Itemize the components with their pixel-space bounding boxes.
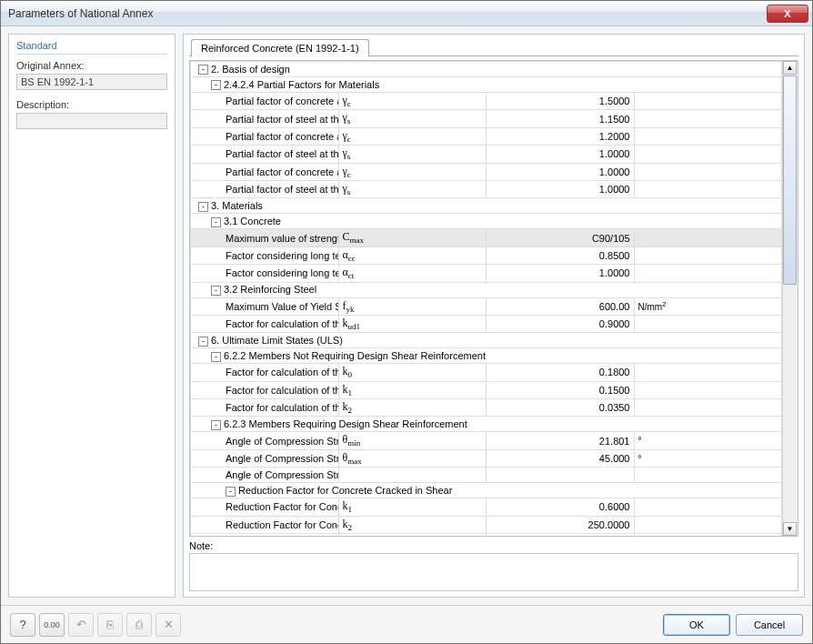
table-row[interactable]: Partial factor of concrete at the ultima… — [191, 127, 782, 145]
table-row[interactable]: -Reduction Factor for Concrete Cracked i… — [191, 483, 782, 498]
parameter-label: Reduction Factor for Concrete Cracked in… — [226, 519, 338, 530]
value-cell[interactable]: 0.8500 — [487, 247, 635, 264]
parameter-label: Reduction Factor for Concrete Cracked in… — [238, 485, 452, 496]
table-row[interactable]: Partial factor of steel at the serviceab… — [191, 180, 782, 197]
tree-cell: Partial factor of steel at the ultimate … — [191, 146, 339, 163]
paste-button: ⎙ — [126, 613, 152, 637]
table-row[interactable]: Angle of Compression Strut — [191, 468, 782, 483]
tree-toggle-icon[interactable]: - — [211, 352, 221, 362]
scroll-thumb[interactable] — [783, 75, 797, 285]
tree-toggle-icon[interactable]: - — [211, 80, 221, 90]
table-row[interactable]: Partial factor of concrete at the servic… — [191, 163, 782, 180]
tree-toggle-icon[interactable]: - — [226, 487, 236, 497]
parameter-label: 3.2 Reinforcing Steel — [224, 284, 316, 295]
table-row[interactable]: -3.2 Reinforcing Steel — [191, 282, 782, 297]
unit-cell — [634, 180, 782, 197]
tree-cell: Partial factor of concrete at the ultima… — [191, 93, 339, 110]
tree-toggle-icon[interactable]: - — [198, 202, 208, 212]
table-row[interactable]: Factor for calculation of the design val… — [191, 315, 782, 332]
vertical-scrollbar[interactable]: ▲ ▼ — [782, 61, 798, 536]
symbol-cell: k2 — [338, 399, 487, 417]
table-row[interactable]: Factor for calculation of the design val… — [191, 399, 782, 417]
value-cell[interactable]: 1.0000 — [487, 146, 635, 163]
tree-toggle-icon[interactable]: - — [211, 420, 221, 430]
tree-toggle-icon[interactable]: - — [198, 65, 208, 75]
value-cell[interactable]: 1.0000 — [487, 180, 635, 197]
symbol-cell: γc — [338, 127, 487, 145]
parameter-label: Factor for calculation of the design val… — [226, 318, 338, 329]
tab-reinforced-concrete[interactable]: Reinforced Concrete (EN 1992-1-1) — [191, 39, 369, 57]
value-cell[interactable] — [487, 468, 635, 483]
tree-cell: Angle of Compression Strut — [191, 468, 339, 483]
units-button[interactable]: 0.00 — [39, 613, 65, 637]
scroll-up-icon[interactable]: ▲ — [783, 61, 797, 75]
value-cell[interactable]: 45.000 — [487, 449, 635, 467]
content-area: Standard Original Annex: Description: Re… — [1, 26, 812, 605]
parameter-label: Factor for calculation of the design val… — [226, 385, 338, 396]
table-row[interactable]: Partial factor of concrete at the ultima… — [191, 93, 782, 110]
unit-cell: ° — [634, 449, 782, 467]
parameter-grid-wrap: -2. Basis of design-2.4.2.4 Partial Fact… — [189, 60, 798, 537]
help-button[interactable]: ? — [10, 613, 35, 637]
parameter-label: 2. Basis of design — [211, 64, 290, 75]
copy-icon: ⎘ — [106, 618, 114, 631]
close-button[interactable]: X — [767, 5, 808, 23]
table-row[interactable]: Reduction Factor for Concrete Cracked in… — [191, 498, 782, 516]
tree-cell: -6.2.2 Members Not Requiring Design Shea… — [191, 348, 782, 364]
table-row[interactable]: Angle of Compression Strutθmax45.000° — [191, 449, 782, 467]
table-row[interactable]: Maximum Value of Yield Strengthfyk600.00… — [191, 297, 782, 315]
undo-button: ↶ — [68, 613, 94, 637]
table-row[interactable]: -3.1 Concrete — [191, 214, 782, 229]
value-cell[interactable]: 0.1500 — [487, 381, 635, 398]
value-cell[interactable]: 0.9000 — [487, 315, 635, 332]
value-cell[interactable]: 0.6000 — [487, 498, 635, 516]
tree-toggle-icon[interactable]: - — [211, 286, 221, 296]
tree-toggle-icon[interactable]: - — [211, 217, 221, 227]
titlebar: Parameters of National Annex X — [1, 1, 812, 26]
cancel-button[interactable]: Cancel — [736, 614, 803, 636]
symbol-cell: αcw — [338, 534, 487, 536]
value-cell[interactable]: 0.1800 — [487, 364, 635, 381]
value-cell[interactable]: 250.0000 — [487, 516, 635, 533]
unit-cell — [634, 364, 782, 381]
table-row[interactable]: -2. Basis of design — [191, 62, 782, 77]
ok-button[interactable]: OK — [663, 614, 730, 636]
delete-icon: ✕ — [164, 618, 174, 631]
table-row[interactable]: Factor for calculation of the design val… — [191, 364, 782, 381]
scroll-down-icon[interactable]: ▼ — [783, 522, 797, 536]
main-panel: Reinforced Concrete (EN 1992-1-1) -2. Ba… — [183, 34, 805, 598]
value-cell[interactable]: 21.801 — [487, 432, 635, 449]
table-row[interactable]: Reduction Factor for Concrete Cracked in… — [191, 516, 782, 533]
parameter-label: 3. Materials — [211, 200, 263, 211]
unit-cell — [634, 315, 782, 332]
table-row[interactable]: Factor considering long term actions on … — [191, 265, 782, 282]
value-cell[interactable]: 1.1500 — [487, 110, 635, 127]
tree-cell: -3. Materials — [191, 198, 782, 214]
table-row[interactable]: -3. Materials — [191, 198, 782, 214]
table-row[interactable]: Factor for considering stress condition … — [191, 534, 782, 536]
value-cell[interactable]: 1.0000 — [487, 163, 635, 180]
table-row[interactable]: -6. Ultimate Limit States (ULS) — [191, 333, 782, 348]
table-row[interactable]: Factor for calculation of the design val… — [191, 381, 782, 398]
table-row[interactable]: Partial factor of steel at the ultimate … — [191, 146, 782, 163]
parameter-label: Maximum Value of Yield Strength — [226, 301, 338, 312]
table-row[interactable]: -2.4.2.4 Partial Factors for Materials — [191, 77, 782, 93]
note-textbox[interactable] — [189, 553, 798, 591]
table-row[interactable]: Maximum value of strength class of concr… — [191, 229, 782, 247]
table-row[interactable]: -6.2.2 Members Not Requiring Design Shea… — [191, 348, 782, 364]
table-row[interactable]: Factor considering long term actions on … — [191, 247, 782, 264]
value-cell[interactable]: 1.2000 — [487, 127, 635, 145]
table-row[interactable]: Partial factor of steel at the ultimate … — [191, 110, 782, 127]
value-cell[interactable]: 600.00 — [487, 297, 635, 315]
value-cell[interactable]: 1.0000 — [487, 534, 635, 536]
unit-cell — [634, 146, 782, 163]
tree-toggle-icon[interactable]: - — [198, 337, 208, 347]
value-cell[interactable]: 1.5000 — [487, 93, 635, 110]
table-row[interactable]: Angle of Compression Strutθmin21.801° — [191, 432, 782, 449]
table-row[interactable]: -6.2.3 Members Requiring Design Shear Re… — [191, 417, 782, 432]
value-cell[interactable]: 1.0000 — [487, 265, 635, 282]
parameter-grid[interactable]: -2. Basis of design-2.4.2.4 Partial Fact… — [190, 61, 782, 536]
bottom-bar: ? 0.00 ↶ ⎘ ⎙ ✕ OK Cancel — [1, 605, 812, 643]
value-cell[interactable]: 0.0350 — [487, 399, 635, 417]
value-cell[interactable]: C90/105 — [487, 229, 635, 247]
